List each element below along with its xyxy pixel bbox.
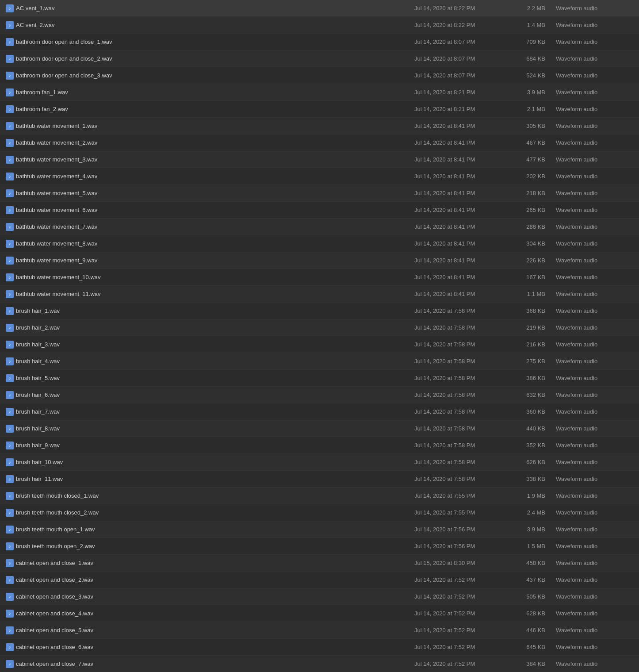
table-row[interactable]: brush teeth mouth open_1.wav Jul 14, 202…	[0, 521, 639, 538]
file-size: 632 KB	[512, 392, 556, 398]
file-icon	[4, 88, 16, 96]
table-row[interactable]: cabinet open and close_4.wav Jul 14, 202…	[0, 605, 639, 622]
file-date: Jul 14, 2020 at 8:21 PM	[414, 89, 512, 96]
table-row[interactable]: bathtub water movement_6.wav Jul 14, 202…	[0, 202, 639, 219]
table-row[interactable]: bathroom door open and close_1.wav Jul 1…	[0, 34, 639, 50]
file-name: bathtub water movement_11.wav	[16, 291, 414, 297]
file-date: Jul 14, 2020 at 7:58 PM	[414, 341, 512, 348]
file-name: bathtub water movement_7.wav	[16, 223, 414, 230]
file-name: bathtub water movement_4.wav	[16, 173, 414, 180]
file-size: 437 KB	[512, 576, 556, 583]
table-row[interactable]: cabinet open and close_6.wav Jul 14, 202…	[0, 639, 639, 656]
file-name: brush hair_3.wav	[16, 341, 414, 348]
audio-file-icon	[6, 139, 14, 147]
file-size: 386 KB	[512, 375, 556, 381]
table-row[interactable]: bathroom fan_1.wav Jul 14, 2020 at 8:21 …	[0, 84, 639, 101]
audio-file-icon	[6, 341, 14, 349]
file-icon	[4, 391, 16, 399]
file-kind: Waveform audio	[556, 274, 635, 280]
table-row[interactable]: brush teeth mouth closed_1.wav Jul 14, 2…	[0, 488, 639, 504]
file-icon	[4, 206, 16, 214]
file-name: brush hair_2.wav	[16, 324, 414, 331]
table-row[interactable]: brush teeth mouth open_2.wav Jul 14, 202…	[0, 538, 639, 555]
audio-file-icon	[6, 156, 14, 164]
table-row[interactable]: brush hair_10.wav Jul 14, 2020 at 7:58 P…	[0, 454, 639, 471]
table-row[interactable]: cabinet open and close_2.wav Jul 14, 202…	[0, 572, 639, 588]
table-row[interactable]: brush hair_6.wav Jul 14, 2020 at 7:58 PM…	[0, 387, 639, 403]
file-size: 467 KB	[512, 139, 556, 146]
file-size: 216 KB	[512, 341, 556, 348]
file-icon	[4, 290, 16, 298]
file-icon	[4, 257, 16, 265]
audio-file-icon	[6, 576, 14, 584]
file-list: AC vent_1.wav Jul 14, 2020 at 8:22 PM 2.…	[0, 0, 639, 672]
table-row[interactable]: cabinet open and close_7.wav Jul 14, 202…	[0, 656, 639, 672]
table-row[interactable]: bathtub water movement_1.wav Jul 14, 202…	[0, 118, 639, 134]
file-size: 368 KB	[512, 307, 556, 314]
table-row[interactable]: bathtub water movement_9.wav Jul 14, 202…	[0, 252, 639, 269]
table-row[interactable]: brush hair_5.wav Jul 14, 2020 at 7:58 PM…	[0, 370, 639, 387]
table-row[interactable]: brush hair_3.wav Jul 14, 2020 at 7:58 PM…	[0, 336, 639, 353]
table-row[interactable]: brush hair_11.wav Jul 14, 2020 at 7:58 P…	[0, 471, 639, 488]
file-name: brush hair_6.wav	[16, 392, 414, 398]
file-kind: Waveform audio	[556, 425, 635, 432]
file-date: Jul 14, 2020 at 8:41 PM	[414, 173, 512, 180]
file-name: AC vent_1.wav	[16, 5, 414, 12]
table-row[interactable]: bathtub water movement_3.wav Jul 14, 202…	[0, 151, 639, 168]
table-row[interactable]: bathtub water movement_5.wav Jul 14, 202…	[0, 185, 639, 202]
table-row[interactable]: bathtub water movement_8.wav Jul 14, 202…	[0, 235, 639, 252]
file-size: 446 KB	[512, 627, 556, 634]
table-row[interactable]: brush hair_8.wav Jul 14, 2020 at 7:58 PM…	[0, 420, 639, 437]
file-kind: Waveform audio	[556, 324, 635, 331]
file-size: 440 KB	[512, 425, 556, 432]
audio-file-icon	[6, 72, 14, 80]
file-kind: Waveform audio	[556, 307, 635, 314]
file-date: Jul 14, 2020 at 8:21 PM	[414, 106, 512, 112]
file-name: bathtub water movement_1.wav	[16, 123, 414, 129]
table-row[interactable]: brush hair_2.wav Jul 14, 2020 at 7:58 PM…	[0, 319, 639, 336]
file-icon	[4, 660, 16, 668]
table-row[interactable]: bathtub water movement_4.wav Jul 14, 202…	[0, 168, 639, 185]
audio-file-icon	[6, 223, 14, 231]
file-icon	[4, 341, 16, 349]
file-name: brush teeth mouth closed_2.wav	[16, 509, 414, 516]
file-icon	[4, 307, 16, 315]
table-row[interactable]: bathtub water movement_10.wav Jul 14, 20…	[0, 269, 639, 286]
table-row[interactable]: bathroom door open and close_2.wav Jul 1…	[0, 50, 639, 67]
table-row[interactable]: bathtub water movement_2.wav Jul 14, 202…	[0, 134, 639, 151]
table-row[interactable]: brush hair_7.wav Jul 14, 2020 at 7:58 PM…	[0, 403, 639, 420]
table-row[interactable]: cabinet open and close_3.wav Jul 14, 202…	[0, 588, 639, 605]
table-row[interactable]: brush hair_4.wav Jul 14, 2020 at 7:58 PM…	[0, 353, 639, 370]
table-row[interactable]: cabinet open and close_5.wav Jul 14, 202…	[0, 622, 639, 639]
table-row[interactable]: brush hair_9.wav Jul 14, 2020 at 7:58 PM…	[0, 437, 639, 454]
table-row[interactable]: AC vent_1.wav Jul 14, 2020 at 8:22 PM 2.…	[0, 0, 639, 17]
file-size: 275 KB	[512, 358, 556, 365]
file-size: 202 KB	[512, 173, 556, 180]
audio-file-icon	[6, 189, 14, 197]
file-size: 167 KB	[512, 274, 556, 280]
file-icon	[4, 509, 16, 517]
table-row[interactable]: brush teeth mouth closed_2.wav Jul 14, 2…	[0, 504, 639, 521]
file-date: Jul 14, 2020 at 8:41 PM	[414, 257, 512, 264]
file-name: bathtub water movement_10.wav	[16, 274, 414, 280]
audio-file-icon	[6, 88, 14, 96]
file-icon	[4, 576, 16, 584]
file-name: brush hair_11.wav	[16, 476, 414, 482]
audio-file-icon	[6, 442, 14, 449]
table-row[interactable]: brush hair_1.wav Jul 14, 2020 at 7:58 PM…	[0, 303, 639, 319]
file-icon	[4, 374, 16, 382]
audio-file-icon	[6, 559, 14, 567]
table-row[interactable]: cabinet open and close_1.wav Jul 15, 202…	[0, 555, 639, 572]
file-date: Jul 14, 2020 at 7:52 PM	[414, 660, 512, 667]
table-row[interactable]: bathtub water movement_7.wav Jul 14, 202…	[0, 219, 639, 235]
file-kind: Waveform audio	[556, 593, 635, 600]
file-date: Jul 14, 2020 at 7:58 PM	[414, 408, 512, 415]
file-size: 265 KB	[512, 207, 556, 213]
table-row[interactable]: bathtub water movement_11.wav Jul 14, 20…	[0, 286, 639, 303]
table-row[interactable]: bathroom door open and close_3.wav Jul 1…	[0, 67, 639, 84]
table-row[interactable]: AC vent_2.wav Jul 14, 2020 at 8:22 PM 1.…	[0, 17, 639, 34]
file-date: Jul 14, 2020 at 7:56 PM	[414, 543, 512, 549]
table-row[interactable]: bathroom fan_2.wav Jul 14, 2020 at 8:21 …	[0, 101, 639, 118]
file-icon	[4, 72, 16, 80]
file-kind: Waveform audio	[556, 139, 635, 146]
